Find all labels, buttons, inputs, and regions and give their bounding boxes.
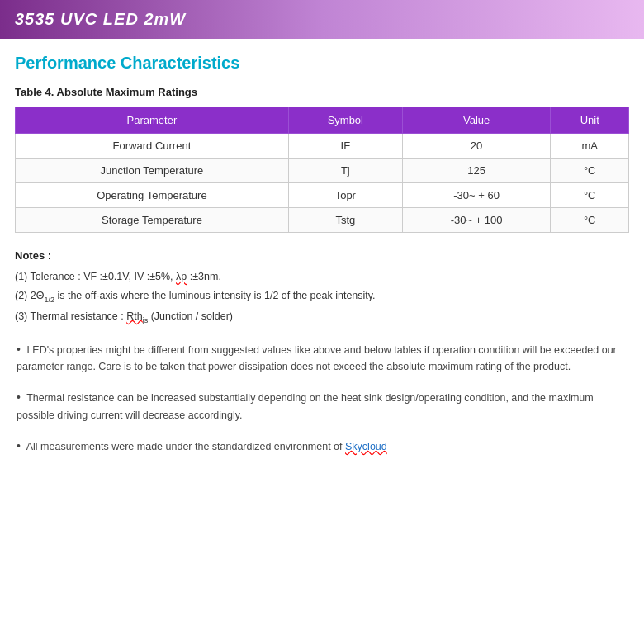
specs-table: Parameter Symbol Value Unit Forward Curr… xyxy=(15,107,629,233)
cell-symbol: IF xyxy=(288,134,402,159)
bullet-text-3: All measurements were made under the sta… xyxy=(26,441,387,452)
cell-unit: °C xyxy=(551,208,629,233)
notes-title: Notes : xyxy=(15,249,629,262)
notes-list: (1) Tolerance : VF :±0.1V, IV :±5%, λp :… xyxy=(15,268,629,327)
col-header-parameter: Parameter xyxy=(16,107,289,134)
col-header-unit: Unit xyxy=(551,107,629,134)
col-header-value: Value xyxy=(402,107,551,134)
cell-parameter: Storage Temperature xyxy=(16,208,289,233)
bullet-text-2: Thermal resistance can be increased subs… xyxy=(17,392,594,420)
main-content: Performance Characteristics Table 4. Abs… xyxy=(0,54,644,485)
bullet-text-1: LED's properties might be different from… xyxy=(17,344,617,372)
table-row: Operating TemperatureTopr-30~ + 60°C xyxy=(16,183,629,208)
cell-parameter: Junction Temperature xyxy=(16,159,289,183)
cell-symbol: Topr xyxy=(288,183,402,208)
lambda-p: λp xyxy=(176,271,187,282)
bullet-icon-2: • xyxy=(17,391,21,404)
cell-value: 125 xyxy=(402,159,551,183)
cell-value: -30~ + 60 xyxy=(402,183,551,208)
cell-value: -30~ + 100 xyxy=(402,208,551,233)
cell-unit: °C xyxy=(551,159,629,183)
cell-parameter: Operating Temperature xyxy=(16,183,289,208)
table-row: Junction TemperatureTj125°C xyxy=(16,159,629,183)
cell-symbol: Tstg xyxy=(288,208,402,233)
col-header-symbol: Symbol xyxy=(288,107,402,134)
section-title: Performance Characteristics xyxy=(15,54,629,73)
note-1: (1) Tolerance : VF :±0.1V, IV :±5%, λp :… xyxy=(15,268,629,286)
cell-unit: °C xyxy=(551,183,629,208)
table-row: Storage TemperatureTstg-30~ + 100°C xyxy=(16,208,629,233)
bullet-icon-3: • xyxy=(17,439,21,452)
header-title: 3535 UVC LED 2mW xyxy=(15,10,186,28)
note-3: (3) Thermal resistance : Rthjs (Junction… xyxy=(15,308,629,327)
rthjs: Rthjs xyxy=(126,310,148,322)
cell-value: 20 xyxy=(402,134,551,159)
bullet-para-1: • LED's properties might be different fr… xyxy=(15,340,629,375)
cell-parameter: Forward Current xyxy=(16,134,289,159)
cell-symbol: Tj xyxy=(288,159,402,183)
cell-unit: mA xyxy=(551,134,629,159)
table-label: Table 4. Absolute Maximum Ratings xyxy=(15,86,629,98)
bullet-para-2: • Thermal resistance can be increased su… xyxy=(15,388,629,423)
notes-section: Notes : (1) Tolerance : VF :±0.1V, IV :±… xyxy=(15,249,629,327)
bullet-para-3: • All measurements were made under the s… xyxy=(15,437,629,455)
header-bar: 3535 UVC LED 2mW xyxy=(0,0,644,39)
skycloud-link[interactable]: Skycloud xyxy=(345,441,387,452)
table-row: Forward CurrentIF20mA xyxy=(16,134,629,159)
bullet-icon-1: • xyxy=(17,343,21,356)
note-2: (2) 2Θ1/2 is the off-axis where the lumi… xyxy=(15,287,629,306)
